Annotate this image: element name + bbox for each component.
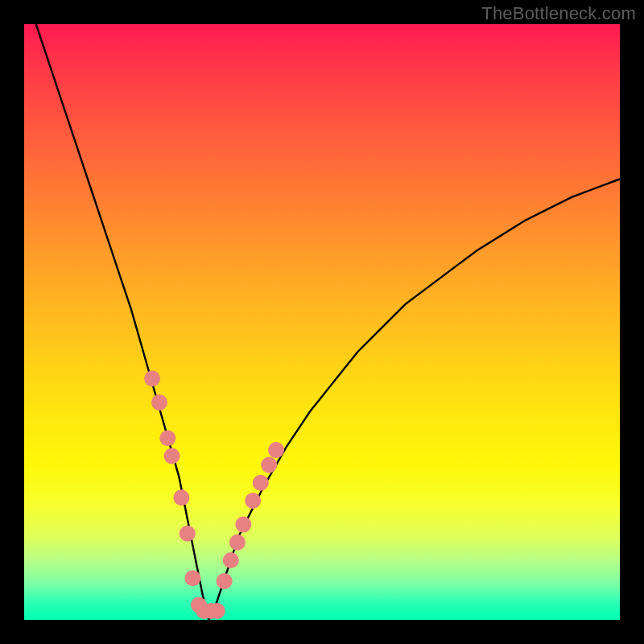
outer-frame: TheBottleneck.com [0,0,644,644]
highlight-dot [217,573,233,589]
highlight-dots-layer [144,370,284,619]
highlight-dot [253,475,269,491]
highlight-dot [229,535,246,551]
highlight-dot [184,570,200,586]
highlight-dot [261,457,277,473]
highlight-dot [223,552,239,568]
highlight-dot [180,526,196,542]
highlight-dot [173,489,189,506]
curve-layer [36,24,620,620]
plot-area [24,24,620,620]
chart-svg [24,24,620,620]
highlight-dot [151,394,167,411]
highlight-dot [144,370,160,386]
highlight-dot [268,442,284,458]
highlight-dot [164,448,180,464]
highlight-dot [245,493,261,509]
watermark-text: TheBottleneck.com [481,3,636,24]
highlight-dot [209,603,225,619]
bottleneck-curve [36,24,620,620]
highlight-dot [159,430,175,446]
highlight-dot [235,517,251,533]
